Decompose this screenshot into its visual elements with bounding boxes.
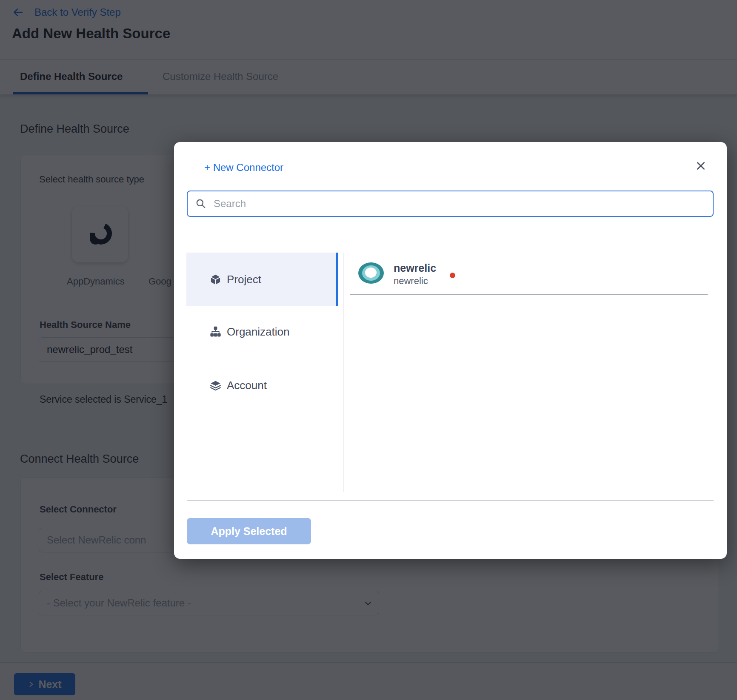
- search-input[interactable]: [213, 197, 705, 210]
- modal-body-divider: [174, 246, 727, 246]
- scope-tab-account[interactable]: Account: [186, 359, 338, 412]
- scope-organization-label: Organization: [227, 325, 289, 339]
- scope-account-label: Account: [227, 379, 267, 392]
- scope-tab-organization[interactable]: Organization: [186, 305, 338, 359]
- scope-tab-project[interactable]: Project: [186, 253, 338, 306]
- connector-id: newrelic: [394, 276, 428, 287]
- layers-icon: [210, 380, 221, 391]
- close-modal-button[interactable]: [691, 157, 710, 175]
- sidebar-divider: [343, 253, 343, 492]
- connector-select-modal: + New Connector Project: [174, 142, 727, 559]
- newrelic-icon: [358, 262, 384, 284]
- org-chart-icon: [210, 326, 221, 338]
- new-connector-link[interactable]: + New Connector: [204, 162, 283, 174]
- cube-icon: [210, 274, 221, 285]
- close-icon: [695, 160, 706, 171]
- status-dot: [450, 273, 455, 278]
- connector-name: newrelic: [394, 262, 436, 274]
- connector-search-box: [187, 191, 714, 217]
- scope-project-label: Project: [227, 273, 261, 286]
- connector-row-divider: [350, 294, 708, 295]
- search-icon: [195, 198, 206, 209]
- screen: Back to Verify Step Add New Health Sourc…: [0, 0, 737, 700]
- apply-selected-button[interactable]: Apply Selected: [187, 518, 311, 544]
- connector-item-newrelic[interactable]: newrelic newrelic: [350, 255, 708, 294]
- modal-footer-divider: [187, 500, 714, 501]
